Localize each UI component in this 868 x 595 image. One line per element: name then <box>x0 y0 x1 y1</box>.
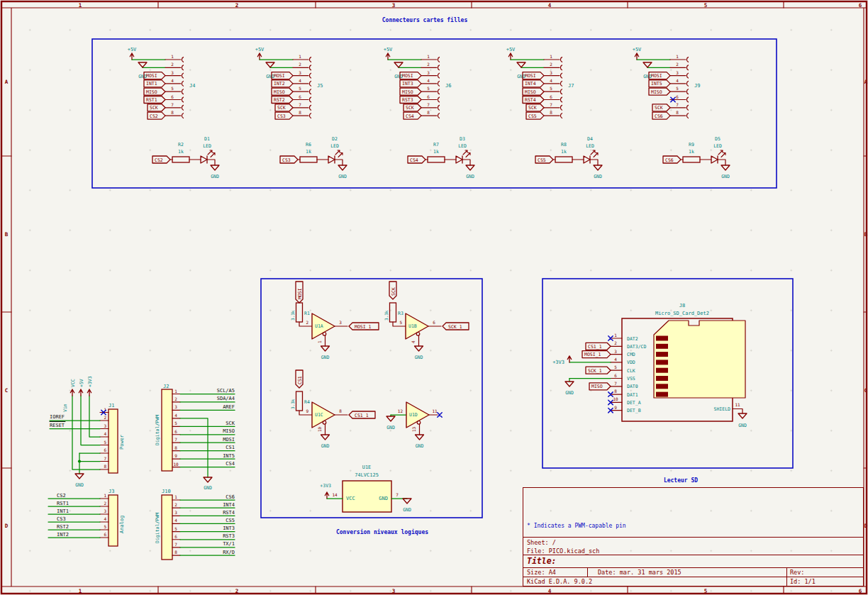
socket-arc-icon <box>560 65 562 70</box>
pin-name: DAT1 <box>627 392 638 398</box>
title-block-divider <box>523 537 863 538</box>
pin-number: 1 <box>299 54 301 59</box>
pin-number: 3 <box>171 70 174 75</box>
resistor-body <box>296 303 303 322</box>
wire <box>89 396 100 437</box>
pin-number: 3 <box>614 349 617 354</box>
net-label: RST4 <box>223 510 235 516</box>
led-emission-arrow-icon <box>721 153 725 157</box>
daughter-connector-j7[interactable]: +5VGND12345678MOSIINT4MISORST4SCKCS5J7 <box>506 47 574 119</box>
pin-number: 14 <box>332 492 338 497</box>
led-emission-arrow-icon <box>335 150 340 155</box>
caption-level-conversion[interactable]: Conversion niveaux logiques <box>276 529 489 535</box>
net-label: SCK <box>226 421 235 426</box>
buffer-u1d[interactable]: GND12U1D1113GND <box>386 402 442 449</box>
socket-arc-icon <box>686 82 688 87</box>
led-circuit-d5[interactable]: CS6R91kD5LEDGND <box>663 136 730 179</box>
connector-name: Digital/PWM <box>155 415 160 445</box>
pin-stub <box>207 160 215 165</box>
value: 1k <box>433 149 439 155</box>
global-label-text: CS5 <box>528 113 537 119</box>
rev-field: Rev: <box>790 569 804 576</box>
resistor-body <box>428 157 445 162</box>
connector-name: Digital/PWM <box>155 513 160 543</box>
caption-daughter-connectors[interactable]: Connecteurs cartes filles <box>318 17 531 23</box>
title-block: * Indicates a PWM-capable pin Sheet: / F… <box>523 487 864 586</box>
buffer-u1b[interactable]: SCK3.3kR35U1B6SCK_14GND <box>384 282 469 360</box>
power-arrow-icon <box>386 53 389 60</box>
wire <box>180 418 208 477</box>
net-label: AREF <box>223 404 235 410</box>
resistor-body <box>172 157 189 162</box>
reference: R4 <box>304 399 310 405</box>
buffer-u1a[interactable]: MOSI3.3kR12U1A3MOSI_11GND <box>290 282 379 360</box>
global-label-text: SCK <box>655 105 663 111</box>
socket-arc-icon <box>560 57 562 62</box>
led-circuit-d4[interactable]: CS5R81kD4LEDGND <box>535 136 602 179</box>
pin-name: VDD <box>627 360 635 365</box>
global-label-text: INT1 <box>146 81 157 87</box>
daughter-connector-j6[interactable]: +5VGND12345678MOSIINT3MISORST3SCKCS4J6 <box>384 47 452 119</box>
global-label-text: MOSI <box>651 73 662 79</box>
global-label-text: RST4 <box>525 97 536 103</box>
net-label: RX/D <box>223 550 235 555</box>
led-circuit-d2[interactable]: CS3R61kD2LEDGND <box>280 136 347 179</box>
global-label-text: MISO <box>274 89 285 95</box>
power-flag-5v: +5V <box>79 379 84 387</box>
pin-number: 2 <box>676 62 679 67</box>
header-j10-digital-pwm[interactable]: 1CS62INT43RST44CS55INT36RST37TX/18RX/DJ1… <box>155 489 235 560</box>
socket-arc-icon <box>309 82 311 87</box>
global-label-text: SCK_1 <box>448 324 462 330</box>
pin-number: 5 <box>399 320 402 325</box>
pin-number: 8 <box>174 550 177 555</box>
gnd-symbol-icon <box>211 165 219 170</box>
led-triangle-icon <box>201 156 207 163</box>
pin-number: 5 <box>299 86 301 91</box>
daughter-connector-j4[interactable]: +5VGND12345678MOSIINT1MISORST1SCKCS2J4 <box>128 47 196 119</box>
pin-number: 7 <box>104 456 106 461</box>
frame-row-label: A <box>864 79 868 85</box>
socket-arc-icon <box>309 97 311 102</box>
global-label-text: INT2 <box>274 81 285 87</box>
pin-number: 1 <box>427 54 430 59</box>
led-circuit-d1[interactable]: CS2R21kD1LEDGND <box>152 136 219 179</box>
sd-card-j8[interactable]: J8Micro_SD_Card_Det21DAT22DAT3/CDCS1_13C… <box>552 303 747 428</box>
header-j3-analog[interactable]: 1CS22RST13INT14CS35RST26INT2J3Analog <box>48 489 125 546</box>
daughter-connector-j9[interactable]: +5VGND12345678MOSIINT5MISOSCKCS6J9 <box>633 47 701 119</box>
resistor-body <box>555 157 572 162</box>
daughter-connector-j5[interactable]: +5VGND12345678MOSIINT2MISORST2SCKCS3J5 <box>255 47 323 119</box>
pin-number: 2 <box>171 62 174 67</box>
pin-name: CMD <box>627 352 635 357</box>
power-flag-5v: +5V <box>128 47 137 52</box>
reference: U1E <box>362 465 372 470</box>
global-label-text: RST3 <box>402 97 413 103</box>
reference: J8 <box>679 303 685 308</box>
global-label-text: CS3 <box>277 113 286 119</box>
global-label-text: RST2 <box>274 97 285 103</box>
pin-number: 8 <box>299 110 301 115</box>
led-circuit-d3[interactable]: CS4R71kD3LEDGND <box>408 136 474 179</box>
frame-row-label: C <box>5 387 9 394</box>
pin-number: 5 <box>104 524 106 529</box>
global-label-text: MOSI <box>525 73 536 79</box>
caption-sd-reader[interactable]: Lecteur SD <box>610 477 752 484</box>
buffer-u1c[interactable]: CS13.3kR49U1C8CS1_110GND <box>290 370 375 449</box>
global-label-text: MOSI <box>274 73 285 79</box>
net-label: RST3 <box>223 533 235 539</box>
frame-row-label: A <box>5 79 9 85</box>
pin-name: VCC <box>346 496 355 501</box>
led-triangle-icon <box>456 156 462 163</box>
net-label: SDA/A4 <box>217 396 235 401</box>
header-j1-power[interactable]: 12345678IOREFRESETVCC+5V+3V3VinGNDJ1Powe… <box>50 376 125 488</box>
pin-number: 7 <box>299 102 301 107</box>
reference: R6 <box>306 142 311 148</box>
pin-number: 7 <box>396 492 399 497</box>
frame-row-label: D <box>864 523 868 529</box>
pin-number: 4 <box>104 516 106 521</box>
date-field: Date: mar. 31 mars 2015 <box>598 569 681 576</box>
header-j2-digital-pwm[interactable]: 1SCL/A52SDA/A43AREF4GND5SCK6MISO7MOSI8CS… <box>155 384 235 491</box>
pin-number: 9 <box>306 408 308 413</box>
pin-number: 5 <box>427 86 430 91</box>
power-unit-u1e[interactable]: U1E74LVC125VCCGND+3V3147GND <box>320 465 411 513</box>
reference: U1C <box>315 412 323 418</box>
